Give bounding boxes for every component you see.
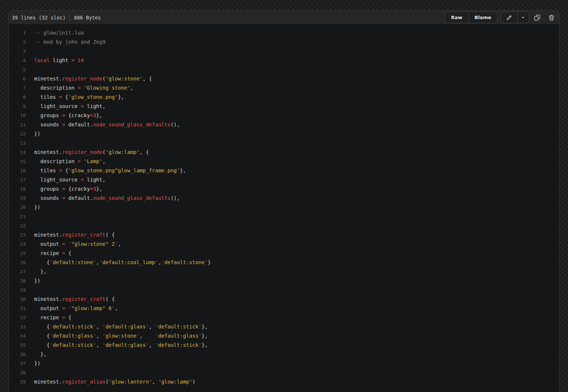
code-line: 7 description = "Glowing stone", [9, 83, 559, 93]
code-line: 26 {'default:stone','default:coal_lump',… [9, 258, 559, 267]
delete-button[interactable] [547, 13, 556, 22]
code-line: 14minetest.register_node("glow:lamp", { [9, 148, 559, 157]
code-line-text: -- glow/init.lua [34, 28, 84, 37]
line-number[interactable]: 27 [9, 267, 26, 276]
code-line-text: tiles = {"glow_stone.png^glow_lamp_frame… [34, 166, 186, 175]
code-line: 8 tiles = {"glow_stone.png"}, [9, 93, 559, 102]
line-number[interactable]: 17 [9, 175, 26, 184]
line-number[interactable]: 36 [9, 350, 26, 359]
line-number[interactable]: 24 [9, 240, 26, 249]
code-line: 10 groups = {cracky=3}, [9, 111, 559, 120]
line-number[interactable]: 14 [9, 148, 26, 157]
line-number[interactable]: 16 [9, 166, 26, 175]
copy-button[interactable] [532, 13, 542, 22]
code-line-text: minetest.register_node("glow:stone", { [34, 74, 152, 83]
pencil-icon [506, 15, 512, 21]
page-background: 39 lines (32 sloc) 886 Bytes Raw Blame [0, 0, 568, 392]
edit-button[interactable] [501, 12, 517, 23]
code-line: 22 [9, 221, 559, 230]
code-line: 11 sounds = default.node_sound_glass_def… [9, 120, 559, 129]
line-number[interactable]: 4 [9, 56, 26, 65]
line-number[interactable]: 28 [9, 276, 26, 285]
code-line: 13 [9, 139, 559, 148]
code-line-text: sounds = default.node_sound_glass_defaul… [34, 120, 180, 129]
code-line-text: -- mod by john and Zeg9 [34, 37, 106, 47]
code-line-text: light_source = light, [34, 175, 106, 184]
line-number[interactable]: 30 [9, 295, 26, 304]
line-number[interactable]: 11 [9, 120, 26, 129]
line-number[interactable]: 22 [9, 221, 26, 230]
code-line-text: }, [34, 267, 47, 276]
code-line: 27 }, [9, 267, 559, 276]
line-number[interactable]: 39 [9, 377, 26, 386]
line-number[interactable]: 29 [9, 285, 26, 295]
line-number[interactable]: 1 [9, 28, 26, 37]
code-line: 5 [9, 65, 559, 74]
code-line-text: {'default:stick', 'default:glass', 'defa… [34, 322, 208, 331]
line-number[interactable]: 2 [9, 37, 26, 47]
file-size-info: 886 Bytes [74, 15, 101, 21]
code-line-text: }) [34, 276, 40, 285]
line-number[interactable]: 37 [9, 359, 26, 368]
code-line-text: groups = {cracky=3}, [34, 111, 102, 120]
line-number[interactable]: 12 [9, 129, 26, 139]
copy-icon [534, 14, 540, 21]
line-number[interactable]: 33 [9, 322, 26, 331]
line-number[interactable]: 32 [9, 313, 26, 322]
line-number[interactable]: 5 [9, 65, 26, 74]
code-line: 35 {'default:stick', 'default:glass', 'd… [9, 341, 559, 350]
line-number[interactable]: 31 [9, 304, 26, 313]
code-line: 31 output = '"glow:lamp" 6', [9, 304, 559, 313]
code-line: 9 light_source = light, [9, 102, 559, 111]
blame-button[interactable]: Blame [468, 12, 497, 23]
code-line: 3 [9, 47, 559, 56]
code-line-text: recipe = { [34, 249, 71, 258]
code-line-text: tiles = {"glow_stone.png"}, [34, 93, 124, 102]
line-number[interactable]: 19 [9, 194, 26, 203]
line-number[interactable]: 38 [9, 368, 26, 377]
code-line: 17 light_source = light, [9, 175, 559, 184]
line-number[interactable]: 23 [9, 230, 26, 240]
chevron-down-icon [521, 15, 526, 20]
line-number[interactable]: 20 [9, 203, 26, 212]
code-line-text: {'default:glass', 'glow:stone', 'default… [34, 331, 208, 341]
code-line: 32 recipe = { [9, 313, 559, 322]
line-number[interactable]: 21 [9, 212, 26, 221]
line-number[interactable]: 9 [9, 102, 26, 111]
line-number[interactable]: 10 [9, 111, 26, 120]
code-line-text: output = '"glow:stone" 2', [34, 240, 121, 249]
code-line: 21 [9, 212, 559, 221]
code-line-text: groups = {cracky=3}, [34, 184, 102, 194]
code-line: 36 }, [9, 350, 559, 359]
code-line: 2-- mod by john and Zeg9 [9, 37, 559, 47]
code-line: 39minetest.register_alias("glow:lantern"… [9, 377, 559, 386]
raw-button[interactable]: Raw [445, 12, 468, 23]
code-line: 38 [9, 368, 559, 377]
line-number[interactable]: 6 [9, 74, 26, 83]
code-line: 6minetest.register_node("glow:stone", { [9, 74, 559, 83]
code-line-text: output = '"glow:lamp" 6', [34, 304, 118, 313]
code-line-text: }) [34, 359, 40, 368]
line-number[interactable]: 7 [9, 83, 26, 93]
code-line-text: minetest.register_craft( { [34, 230, 115, 240]
file-info: 39 lines (32 sloc) 886 Bytes [12, 14, 101, 21]
code-line-text: description = "Glowing stone", [34, 83, 133, 93]
code-line: 23minetest.register_craft( { [9, 230, 559, 240]
edit-dropdown-button[interactable] [517, 12, 529, 23]
code-line: 20}) [9, 203, 559, 212]
line-number[interactable]: 34 [9, 331, 26, 341]
header-divider [69, 14, 70, 21]
line-number[interactable]: 25 [9, 249, 26, 258]
code-line: 15 description = "Lamp", [9, 157, 559, 166]
line-number[interactable]: 3 [9, 47, 26, 56]
line-number[interactable]: 8 [9, 93, 26, 102]
code-line-text: local light = 14 [34, 56, 84, 65]
line-number[interactable]: 18 [9, 184, 26, 194]
code-line-text: minetest.register_alias("glow:lantern", … [34, 377, 195, 386]
line-number[interactable]: 15 [9, 157, 26, 166]
line-number[interactable]: 26 [9, 258, 26, 267]
code-line: 4local light = 14 [9, 56, 559, 65]
line-number[interactable]: 35 [9, 341, 26, 350]
line-number[interactable]: 13 [9, 139, 26, 148]
code-line: 12}) [9, 129, 559, 139]
